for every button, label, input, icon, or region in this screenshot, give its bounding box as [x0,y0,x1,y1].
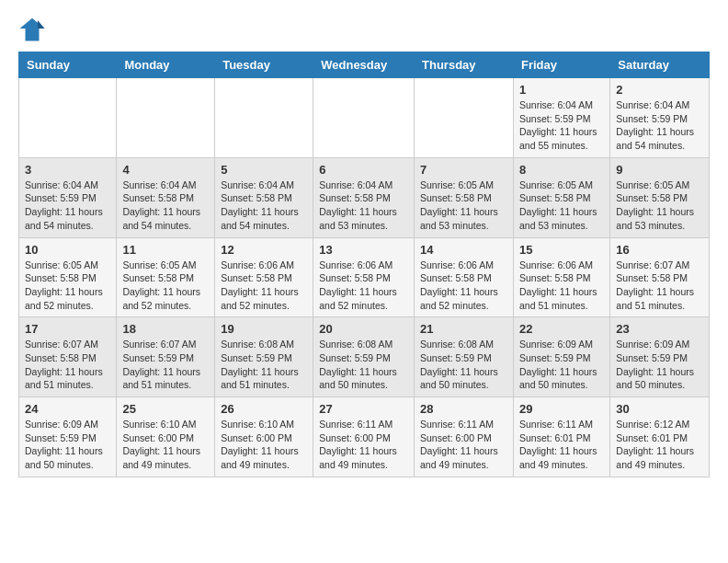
calendar-row-2: 10Sunrise: 6:05 AM Sunset: 5:58 PM Dayli… [19,237,710,317]
day-info: Sunrise: 6:04 AM Sunset: 5:58 PM Dayligh… [221,178,307,233]
calendar-cell: 28Sunrise: 6:11 AM Sunset: 6:00 PM Dayli… [415,397,514,477]
day-info: Sunrise: 6:04 AM Sunset: 5:59 PM Dayligh… [616,98,703,153]
calendar-row-3: 17Sunrise: 6:07 AM Sunset: 5:58 PM Dayli… [19,317,710,397]
calendar-cell: 17Sunrise: 6:07 AM Sunset: 5:58 PM Dayli… [19,317,117,397]
calendar: SundayMondayTuesdayWednesdayThursdayFrid… [18,52,710,477]
calendar-cell: 23Sunrise: 6:09 AM Sunset: 5:59 PM Dayli… [610,317,710,397]
calendar-cell: 3Sunrise: 6:04 AM Sunset: 5:59 PM Daylig… [19,157,117,237]
day-number: 3 [25,163,110,177]
day-info: Sunrise: 6:06 AM Sunset: 5:58 PM Dayligh… [420,259,507,313]
day-number: 23 [616,322,703,336]
calendar-cell: 16Sunrise: 6:07 AM Sunset: 5:58 PM Dayli… [610,237,710,317]
calendar-cell [215,78,313,158]
day-info: Sunrise: 6:04 AM Sunset: 5:59 PM Dayligh… [25,178,110,233]
day-number: 24 [25,402,110,416]
day-number: 28 [420,402,507,416]
calendar-cell: 9Sunrise: 6:05 AM Sunset: 5:58 PM Daylig… [610,157,710,237]
weekday-header-row: SundayMondayTuesdayWednesdayThursdayFrid… [19,52,710,78]
day-info: Sunrise: 6:10 AM Sunset: 6:00 PM Dayligh… [221,418,307,472]
day-number: 21 [420,322,507,336]
calendar-cell: 20Sunrise: 6:08 AM Sunset: 5:59 PM Dayli… [313,317,415,397]
day-info: Sunrise: 6:07 AM Sunset: 5:58 PM Dayligh… [616,259,703,313]
day-number: 19 [221,322,307,336]
weekday-header-friday: Friday [513,52,609,78]
weekday-header-wednesday: Wednesday [313,52,415,78]
day-info: Sunrise: 6:05 AM Sunset: 5:58 PM Dayligh… [25,259,110,313]
calendar-cell: 30Sunrise: 6:12 AM Sunset: 6:01 PM Dayli… [610,397,710,477]
day-number: 14 [420,243,507,257]
day-info: Sunrise: 6:08 AM Sunset: 5:59 PM Dayligh… [221,338,307,392]
day-number: 2 [616,83,703,97]
day-number: 13 [319,243,408,257]
calendar-cell: 18Sunrise: 6:07 AM Sunset: 5:59 PM Dayli… [117,317,215,397]
calendar-cell: 19Sunrise: 6:08 AM Sunset: 5:59 PM Dayli… [215,317,313,397]
calendar-cell: 2Sunrise: 6:04 AM Sunset: 5:59 PM Daylig… [610,78,710,158]
day-info: Sunrise: 6:05 AM Sunset: 5:58 PM Dayligh… [122,259,209,313]
logo [18,15,50,42]
day-info: Sunrise: 6:09 AM Sunset: 5:59 PM Dayligh… [25,418,110,472]
calendar-cell: 22Sunrise: 6:09 AM Sunset: 5:59 PM Dayli… [513,317,609,397]
day-info: Sunrise: 6:07 AM Sunset: 5:59 PM Dayligh… [122,338,209,392]
day-info: Sunrise: 6:04 AM Sunset: 5:58 PM Dayligh… [122,178,209,233]
calendar-row-0: 1Sunrise: 6:04 AM Sunset: 5:59 PM Daylig… [19,78,710,158]
day-info: Sunrise: 6:04 AM Sunset: 5:59 PM Dayligh… [519,98,604,153]
day-number: 22 [519,322,604,336]
day-info: Sunrise: 6:04 AM Sunset: 5:58 PM Dayligh… [319,178,408,233]
day-info: Sunrise: 6:12 AM Sunset: 6:01 PM Dayligh… [616,418,703,472]
day-number: 11 [122,243,209,257]
calendar-cell: 7Sunrise: 6:05 AM Sunset: 5:58 PM Daylig… [415,157,514,237]
day-number: 27 [319,402,408,416]
day-number: 6 [319,163,408,177]
day-info: Sunrise: 6:07 AM Sunset: 5:58 PM Dayligh… [25,338,110,392]
day-number: 18 [122,322,209,336]
calendar-cell [415,78,514,158]
weekday-header-sunday: Sunday [19,52,117,78]
day-number: 12 [221,243,307,257]
day-info: Sunrise: 6:11 AM Sunset: 6:01 PM Dayligh… [519,418,604,472]
calendar-row-4: 24Sunrise: 6:09 AM Sunset: 5:59 PM Dayli… [19,397,710,477]
day-number: 26 [221,402,307,416]
day-info: Sunrise: 6:08 AM Sunset: 5:59 PM Dayligh… [420,338,507,392]
calendar-cell: 13Sunrise: 6:06 AM Sunset: 5:58 PM Dayli… [313,237,415,317]
weekday-header-monday: Monday [117,52,215,78]
day-info: Sunrise: 6:10 AM Sunset: 6:00 PM Dayligh… [122,418,209,472]
day-info: Sunrise: 6:06 AM Sunset: 5:58 PM Dayligh… [221,259,307,313]
day-number: 25 [122,402,209,416]
calendar-cell: 6Sunrise: 6:04 AM Sunset: 5:58 PM Daylig… [313,157,415,237]
calendar-cell: 14Sunrise: 6:06 AM Sunset: 5:58 PM Dayli… [415,237,514,317]
calendar-cell: 11Sunrise: 6:05 AM Sunset: 5:58 PM Dayli… [117,237,215,317]
day-info: Sunrise: 6:05 AM Sunset: 5:58 PM Dayligh… [616,178,703,233]
day-number: 20 [319,322,408,336]
day-number: 9 [616,163,703,177]
day-info: Sunrise: 6:09 AM Sunset: 5:59 PM Dayligh… [519,338,604,392]
day-number: 4 [122,163,209,177]
day-number: 16 [616,243,703,257]
weekday-header-saturday: Saturday [610,52,710,78]
calendar-cell [313,78,415,158]
day-number: 5 [221,163,307,177]
calendar-cell: 10Sunrise: 6:05 AM Sunset: 5:58 PM Dayli… [19,237,117,317]
weekday-header-tuesday: Tuesday [215,52,313,78]
day-number: 30 [616,402,703,416]
day-info: Sunrise: 6:08 AM Sunset: 5:59 PM Dayligh… [319,338,408,392]
day-info: Sunrise: 6:11 AM Sunset: 6:00 PM Dayligh… [420,418,507,472]
day-info: Sunrise: 6:09 AM Sunset: 5:59 PM Dayligh… [616,338,703,392]
calendar-cell: 12Sunrise: 6:06 AM Sunset: 5:58 PM Dayli… [215,237,313,317]
calendar-cell: 8Sunrise: 6:05 AM Sunset: 5:58 PM Daylig… [513,157,609,237]
calendar-cell: 26Sunrise: 6:10 AM Sunset: 6:00 PM Dayli… [215,397,313,477]
day-info: Sunrise: 6:11 AM Sunset: 6:00 PM Dayligh… [319,418,408,472]
day-info: Sunrise: 6:05 AM Sunset: 5:58 PM Dayligh… [420,178,507,233]
day-info: Sunrise: 6:06 AM Sunset: 5:58 PM Dayligh… [519,259,604,313]
calendar-cell: 29Sunrise: 6:11 AM Sunset: 6:01 PM Dayli… [513,397,609,477]
day-number: 1 [519,83,604,97]
calendar-cell: 24Sunrise: 6:09 AM Sunset: 5:59 PM Dayli… [19,397,117,477]
calendar-cell: 21Sunrise: 6:08 AM Sunset: 5:59 PM Dayli… [415,317,514,397]
calendar-row-1: 3Sunrise: 6:04 AM Sunset: 5:59 PM Daylig… [19,157,710,237]
calendar-cell: 4Sunrise: 6:04 AM Sunset: 5:58 PM Daylig… [117,157,215,237]
logo-icon [18,15,46,42]
calendar-cell: 5Sunrise: 6:04 AM Sunset: 5:58 PM Daylig… [215,157,313,237]
calendar-cell [19,78,117,158]
day-number: 8 [519,163,604,177]
calendar-cell: 15Sunrise: 6:06 AM Sunset: 5:58 PM Dayli… [513,237,609,317]
calendar-cell: 1Sunrise: 6:04 AM Sunset: 5:59 PM Daylig… [513,78,609,158]
